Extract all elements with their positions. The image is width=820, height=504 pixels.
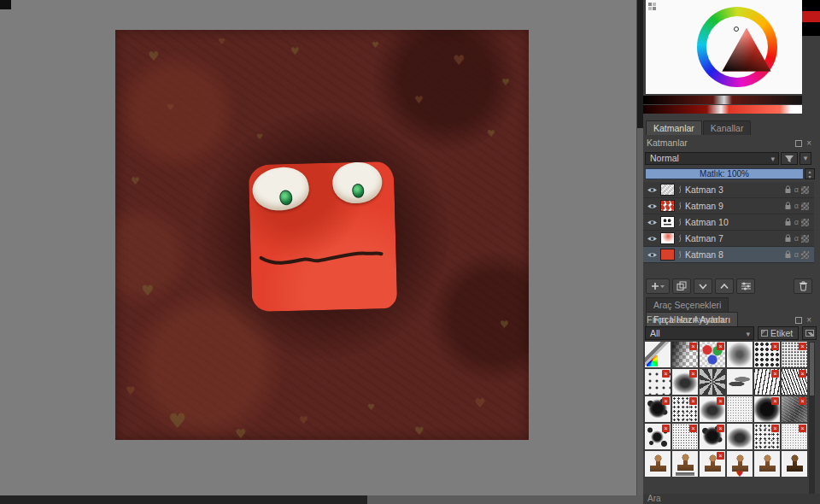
alpha-inherit-icon[interactable]: α <box>794 218 799 226</box>
alpha-inherit-icon[interactable]: α <box>794 185 799 194</box>
creature-left-pupil <box>278 189 294 206</box>
shade-selector-bar-1[interactable] <box>643 96 802 104</box>
layer-row[interactable]: Katman 7 α <box>643 231 814 247</box>
brush-preset[interactable]: × <box>700 342 725 367</box>
brush-preset[interactable] <box>672 451 698 477</box>
add-layer-button[interactable] <box>646 278 670 294</box>
move-layer-up-button[interactable] <box>715 278 734 294</box>
brush-preset[interactable] <box>645 342 671 367</box>
krita-window: ♥ ♥ ♥ ♥ ♥ ♥ ♥ ♥ ♥ ♥ ♥ ♥ ♥ ♥ ♥ ♥ ♥ ♥ ♥ ♥ <box>0 0 820 504</box>
advanced-color-selector[interactable] <box>646 0 802 94</box>
preset-dirty-badge: × <box>689 343 697 350</box>
brush-preset[interactable]: × <box>700 451 725 477</box>
brush-preset[interactable]: × <box>782 424 807 449</box>
canvas-horizontal-scrollbar[interactable] <box>0 495 643 504</box>
alpha-lock-icon[interactable] <box>801 202 809 210</box>
visibility-eye-icon[interactable] <box>647 186 658 194</box>
alpha-lock-icon[interactable] <box>801 219 809 226</box>
brush-preset[interactable]: × <box>754 424 780 449</box>
canvas-viewport[interactable]: ♥ ♥ ♥ ♥ ♥ ♥ ♥ ♥ ♥ ♥ ♥ ♥ ♥ ♥ ♥ ♥ ♥ ♥ ♥ ♥ <box>0 0 636 495</box>
visibility-eye-icon[interactable] <box>647 251 658 259</box>
brush-preset[interactable]: × <box>672 369 698 395</box>
preset-grid-scrollbar[interactable] <box>809 342 815 494</box>
brush-preset[interactable]: × <box>672 424 698 449</box>
opacity-spinner[interactable]: ▴ ▾ <box>805 168 815 179</box>
display-mode-button[interactable] <box>802 326 817 340</box>
tab-katmanlar[interactable]: Katmanlar <box>646 120 702 135</box>
brush-preset[interactable] <box>645 451 671 477</box>
preset-search-field[interactable]: Ara <box>643 494 820 504</box>
delete-layer-button[interactable] <box>794 278 812 294</box>
painting-canvas[interactable]: ♥ ♥ ♥ ♥ ♥ ♥ ♥ ♥ ♥ ♥ ♥ ♥ ♥ ♥ ♥ ♥ ♥ ♥ ♥ ♥ <box>115 30 529 440</box>
brush-preset[interactable]: × <box>700 396 725 422</box>
alpha-inherit-icon[interactable]: α <box>794 250 799 259</box>
brush-preset[interactable]: × <box>782 396 807 422</box>
visibility-eye-icon[interactable] <box>647 235 658 243</box>
heart-motif: ♥ <box>372 40 379 50</box>
saturation-value-triangle[interactable] <box>718 25 776 78</box>
lock-icon[interactable] <box>784 234 792 243</box>
alpha-inherit-icon[interactable]: α <box>794 234 799 243</box>
layer-properties-button[interactable] <box>736 278 755 294</box>
brush-preset[interactable]: × <box>645 424 671 449</box>
opacity-slider[interactable]: Matlık: 100% <box>645 168 804 179</box>
visibility-eye-icon[interactable] <box>647 202 658 210</box>
brush-preset[interactable]: × <box>754 369 780 395</box>
brush-preset[interactable]: × <box>700 424 725 449</box>
tag-button[interactable]: Etiket <box>758 326 799 340</box>
brush-preset[interactable] <box>727 451 753 477</box>
layer-name: Katman 10 <box>685 217 782 227</box>
canvas-vertical-scrollbar[interactable] <box>636 0 643 495</box>
alpha-lock-icon[interactable] <box>801 235 809 243</box>
float-docker-icon[interactable] <box>795 317 802 324</box>
move-layer-down-button[interactable] <box>694 278 712 294</box>
brush-preset[interactable]: × <box>782 369 807 395</box>
layer-row[interactable]: Katman 9 α <box>643 198 814 214</box>
lock-icon[interactable] <box>784 250 792 259</box>
brush-preset[interactable]: × <box>754 342 780 367</box>
layer-row[interactable]: Katman 3 α <box>643 182 814 198</box>
alpha-lock-icon[interactable] <box>801 251 809 259</box>
tab-kanallar[interactable]: Kanallar <box>703 120 752 135</box>
tab-arac-secenekleri[interactable]: Araç Seçenekleri <box>646 297 729 312</box>
close-docker-icon[interactable]: × <box>806 316 811 325</box>
brush-preset[interactable]: × <box>782 342 807 367</box>
brush-preset[interactable]: × <box>645 369 671 395</box>
alpha-inherit-icon[interactable]: α <box>794 202 799 210</box>
close-docker-icon[interactable]: × <box>806 139 811 148</box>
brush-preset[interactable]: × <box>754 396 780 422</box>
preset-filter-select[interactable]: All ▾ <box>645 326 754 340</box>
layer-row[interactable]: Katman 10 α <box>643 214 814 231</box>
lock-icon[interactable] <box>784 218 792 226</box>
shade-selector-bar-2[interactable] <box>643 105 802 114</box>
lock-icon[interactable] <box>784 202 792 210</box>
alpha-lock-icon[interactable] <box>801 186 809 194</box>
color-history-swatches[interactable] <box>802 0 820 36</box>
filter-dropdown-button[interactable]: ▾ <box>800 152 811 165</box>
horizontal-scrollbar-thumb[interactable] <box>0 495 367 504</box>
blend-mode-select[interactable]: Normal ▾ <box>645 152 779 165</box>
brush-preset[interactable]: × <box>645 396 671 422</box>
layer-row-selected[interactable]: Katman 8 α <box>643 247 814 263</box>
brush-preset[interactable] <box>727 342 753 367</box>
brush-preset[interactable] <box>727 396 753 422</box>
visibility-eye-icon[interactable] <box>647 219 658 226</box>
brush-preset[interactable] <box>727 369 753 395</box>
brush-preset[interactable] <box>782 451 807 477</box>
color-selector-settings-icon[interactable] <box>648 3 656 10</box>
brush-preset[interactable] <box>727 424 753 449</box>
color-marker <box>734 26 739 32</box>
current-color-swatch[interactable] <box>802 11 820 22</box>
layer-name: Katman 7 <box>685 233 782 243</box>
float-docker-icon[interactable] <box>795 140 802 147</box>
preset-grid-scrollbar-thumb[interactable] <box>810 343 814 396</box>
heart-motif: ♥ <box>256 132 263 141</box>
brush-preset[interactable]: × <box>672 396 698 422</box>
brush-preset[interactable] <box>754 451 780 477</box>
duplicate-layer-button[interactable] <box>672 278 691 294</box>
lock-icon[interactable] <box>784 185 792 194</box>
hue-ring[interactable] <box>697 7 777 87</box>
brush-preset[interactable] <box>700 369 725 395</box>
layer-filter-funnel-button[interactable] <box>781 152 798 165</box>
brush-preset[interactable]: × <box>672 342 698 367</box>
